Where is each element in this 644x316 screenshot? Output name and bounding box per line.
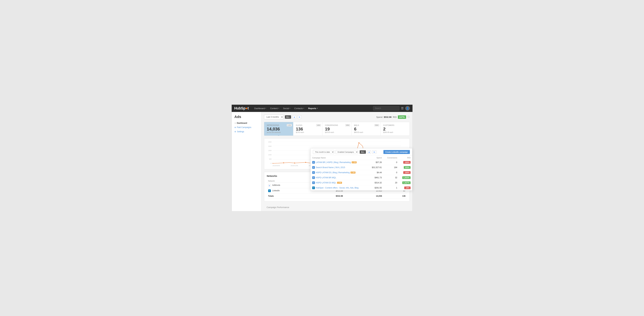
roi-value: 1,427% xyxy=(402,181,410,184)
roi-badge: 247% xyxy=(398,115,406,119)
sidebar: Ads ⊹ Dashboard ⊕ Paid Campaigns ⚙ Setti… xyxy=(232,112,262,211)
conversions-badge: 20% xyxy=(345,124,350,126)
nav-items: Dashboard ▾ Content ▾ Social ▾ Contacts … xyxy=(253,106,373,111)
roi-value: 335% xyxy=(404,166,410,169)
nav-item-content[interactable]: Content ▾ xyxy=(268,106,281,111)
campaign-conversions: 20 xyxy=(384,180,399,185)
campaign-table: Campaign Name Spend Conversions ROI S LA… xyxy=(310,156,412,190)
campaign-name-link[interactable]: S HSPD LATAM ES MQL 1 TIP xyxy=(312,181,366,184)
campaign-conversions: 1 xyxy=(384,185,399,190)
campaign-conversions: 0 xyxy=(384,160,399,165)
campaign-roi: -18% xyxy=(399,185,412,190)
create-linkedin-campaign-button[interactable]: Create LinkedIn campaign xyxy=(384,150,410,154)
paid-campaigns-icon: ⊕ xyxy=(234,126,236,128)
date-range-select[interactable]: Last 3 months xyxy=(264,115,284,119)
stats-bar: IMPRESSIONS 14,036 across all networks 1… xyxy=(264,122,410,136)
col-conversions: Conversions xyxy=(384,156,399,160)
campaign-row: in HubSpot - Content offers - Social, In… xyxy=(310,185,412,190)
tip-badge: 1 TIP xyxy=(350,172,356,174)
spend-value: $532.98 xyxy=(384,116,392,118)
overlay-filter-google[interactable]: g xyxy=(367,150,371,154)
spend-info: Spend $532.98 ROI 247% ⓘ xyxy=(376,115,410,119)
campaign-name-link[interactable]: S LATAM BR | HSPD | Blog | Remarketing 1… xyxy=(312,161,366,164)
stat-impressions[interactable]: IMPRESSIONS 14,036 across all networks 1… xyxy=(264,122,293,136)
filter-all-button[interactable]: ALL xyxy=(285,115,291,119)
campaign-row: S HSPD LATAM ES MQL 1 TIP $314.32 20 1,4… xyxy=(310,180,412,185)
nav-item-contacts[interactable]: Contacts ▾ xyxy=(293,106,306,111)
sidebar-item-paid-campaigns[interactable]: ⊕ Paid Campaigns xyxy=(232,125,261,129)
sidebar-item-settings[interactable]: ⚙ Settings xyxy=(232,129,261,134)
settings-icon: ⚙ xyxy=(234,131,236,133)
logo-text: HubSp●t xyxy=(234,106,249,110)
filter-linkedin-button[interactable]: in xyxy=(298,115,302,119)
roi-value: 1,563% xyxy=(402,176,410,179)
chevron-down-icon: ▾ xyxy=(317,107,318,109)
clicks-badge: 14% xyxy=(316,124,321,126)
campaign-roi: -100% xyxy=(399,160,412,165)
campaign-conversions: 184 xyxy=(384,165,399,170)
info-icon[interactable]: ⓘ xyxy=(408,115,410,118)
top-navigation: HubSp●t Dashboard ▾ Content ▾ Social ▾ C… xyxy=(232,105,412,112)
stat-customers[interactable]: CUSTOMERS 2 $266.49 each xyxy=(380,122,410,136)
campaign-row: S LATAM BR | HSPD | Blog | Remarketing 1… xyxy=(310,160,412,165)
logo[interactable]: HubSp●t xyxy=(234,106,249,110)
campaign-network-icon: in xyxy=(312,187,315,189)
menu-icon[interactable]: ☰ xyxy=(401,106,404,110)
campaign-conversions: 0 xyxy=(384,170,399,175)
chevron-down-icon: ▾ xyxy=(278,107,279,109)
sidebar-item-dashboard[interactable]: ⊹ Dashboard xyxy=(232,121,261,125)
campaign-spend: $31,527.61 xyxy=(368,165,384,170)
col-spend: Spend xyxy=(368,156,384,160)
filter-google-button[interactable]: g xyxy=(292,115,296,119)
campaign-row: S HSPD LATAM BR MQL $461.73 32 1,563% xyxy=(310,175,412,180)
mqls-badge: 53% xyxy=(374,124,379,126)
campaign-performance-title: Campaign Performance xyxy=(264,204,410,209)
stat-clicks[interactable]: CLICKS 136 $3.92 each 14% xyxy=(293,122,322,136)
overlay-filter-all[interactable]: ALL xyxy=(360,150,366,154)
campaign-name-link[interactable]: S HSPD LATAM ES | Blog | Remarketing 1 T… xyxy=(312,171,366,174)
col-network: Network xyxy=(267,179,314,183)
campaign-network-icon: S xyxy=(312,161,315,164)
overlay-panel: This month to date Enabled Campaigns ALL… xyxy=(310,148,412,191)
chart-y-axis: 2500 2000 1500 1000 500 0 xyxy=(267,141,272,164)
dashboard-icon: ⊹ xyxy=(234,122,236,124)
stat-mqls[interactable]: MQLS 6 $88.83 each 53% xyxy=(352,122,380,136)
svg-point-8 xyxy=(294,163,295,164)
nav-item-social[interactable]: Social ▾ xyxy=(282,106,292,111)
toolbar: Last 3 months ALL g in Spend $532.98 ROI… xyxy=(264,115,410,119)
col-campaign-name: Campaign Name xyxy=(310,156,368,160)
campaign-roi: 335% xyxy=(399,165,412,170)
campaign-name-link[interactable]: S Search Brand Name | SKA | 2015 xyxy=(312,166,366,169)
overlay-filter-linkedin[interactable]: in xyxy=(372,150,376,154)
campaign-roi: 1,563% xyxy=(399,175,412,180)
nav-item-reports[interactable]: Reports ▾ xyxy=(306,106,319,111)
svg-point-7 xyxy=(283,163,284,163)
svg-point-14 xyxy=(358,142,360,143)
campaign-roi: -100% xyxy=(399,170,412,175)
chevron-down-icon: ▾ xyxy=(265,107,266,109)
campaign-network-icon: S xyxy=(312,166,315,169)
search-input[interactable] xyxy=(373,106,399,110)
nav-item-dashboard[interactable]: Dashboard ▾ xyxy=(253,106,268,111)
campaign-spend: $4.44 xyxy=(368,170,384,175)
campaign-network-icon: S xyxy=(312,176,315,179)
overlay-campaigns-select[interactable]: Enabled Campaigns xyxy=(336,150,358,154)
overlay-date-select[interactable]: This month to date xyxy=(313,150,334,154)
campaign-spend: $37.26 xyxy=(368,160,384,165)
avatar[interactable]: 👤 xyxy=(405,106,410,111)
impressions-badge: 1.0% xyxy=(287,124,292,126)
chevron-down-icon: ▾ xyxy=(290,107,290,109)
totals-row: Totals $532.98 14,036 136 xyxy=(267,194,407,199)
campaign-name-link[interactable]: in HubSpot - Content offers - Social, In… xyxy=(312,187,366,189)
stat-conversions[interactable]: CONVERSIONS 19 $28.05 each 20% xyxy=(322,122,352,136)
linkedin-icon: in xyxy=(268,189,271,192)
campaign-name-link[interactable]: S HSPD LATAM BR MQL xyxy=(312,176,366,179)
down-arrow-icon: ▼ xyxy=(278,135,280,136)
campaign-spend: $314.32 xyxy=(368,180,384,185)
campaign-conversions: 32 xyxy=(384,175,399,180)
campaign-network-icon: S xyxy=(312,171,315,174)
campaign-row: S Search Brand Name | SKA | 2015 $31,527… xyxy=(310,165,412,170)
roi-value: -100% xyxy=(403,171,410,174)
col-roi: ROI xyxy=(399,156,412,160)
campaign-spend: $291.55 xyxy=(368,185,384,190)
